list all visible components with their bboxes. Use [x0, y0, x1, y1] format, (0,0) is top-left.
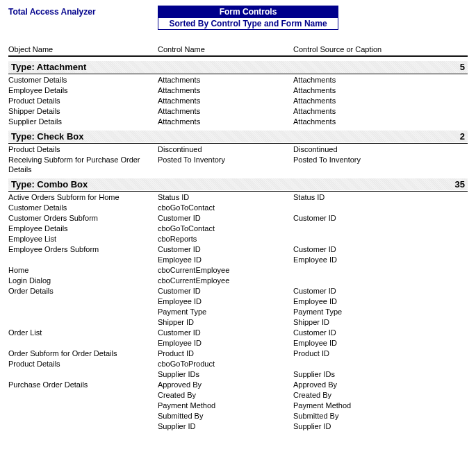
cell-object-name: Receiving Subform for Purchase Order Det… [8, 155, 158, 174]
cell-control-name: Customer ID [158, 286, 293, 296]
cell-object-name: Product Details [8, 96, 158, 106]
group-type-label: Type: Attachment [11, 62, 86, 72]
cell-object-name: Order Details [8, 286, 158, 296]
cell-control-source: Customer ID [293, 213, 468, 223]
table-row: Order ListCustomer IDCustomer ID [8, 327, 468, 337]
cell-object-name [8, 296, 158, 306]
cell-control-name: Employee ID [158, 296, 293, 306]
cell-control-name: Customer ID [158, 328, 293, 337]
group-count: 5 [460, 62, 465, 72]
table-row: Employee IDEmployee ID [8, 337, 468, 348]
cell-control-source [293, 224, 468, 233]
cell-object-name: Employee List [8, 234, 158, 244]
cell-control-source: Submitted By [293, 411, 468, 421]
cell-control-source [293, 265, 468, 275]
cell-control-source: Employee ID [293, 338, 468, 348]
group-count: 35 [455, 179, 465, 190]
group-count: 2 [460, 131, 465, 142]
table-row: Employee DetailscboGoToContact [8, 223, 468, 233]
table-row: Employee IDEmployee ID [8, 254, 468, 264]
group-header: Type: Combo Box35 [8, 178, 468, 190]
cell-control-source: Payment Type [293, 307, 468, 317]
cell-object-name [8, 390, 158, 400]
cell-control-source: Customer ID [293, 244, 468, 254]
cell-control-name: Payment Method [158, 401, 293, 410]
table-row: Shipper DetailsAttachmentsAttachments [8, 106, 468, 116]
cell-control-name: cboGoToProduct [158, 359, 293, 369]
cell-control-name: Attachments [158, 106, 293, 116]
col-header-control-name: Control Name [158, 45, 293, 53]
cell-control-source: Attachments [293, 106, 468, 116]
cell-control-name: Discontinued [158, 144, 293, 154]
table-row: Employee Orders SubformCustomer IDCustom… [8, 244, 468, 254]
cell-object-name: Order List [8, 328, 158, 337]
cell-control-name: Customer ID [158, 213, 293, 223]
cell-control-name: Approved By [158, 380, 293, 389]
cell-object-name [8, 307, 158, 317]
table-row: Active Orders Subform for HomeStatus IDS… [8, 192, 468, 202]
table-row: Supplier IDSupplier ID [8, 421, 468, 431]
table-row: Submitted BySubmitted By [8, 410, 468, 421]
group-header: Type: Attachment5 [8, 61, 468, 73]
cell-object-name [8, 369, 158, 379]
cell-control-name: cboGoToContact [158, 203, 293, 212]
table-row: Payment TypePayment Type [8, 306, 468, 317]
cell-control-name: cboCurrentEmployee [158, 276, 293, 285]
table-row: Employee ListcboReports [8, 233, 468, 244]
table-row: Order DetailsCustomer IDCustomer ID [8, 285, 468, 296]
table-row: Product DetailsAttachmentsAttachments [8, 95, 468, 106]
cell-control-name: cboGoToContact [158, 224, 293, 233]
col-header-object-name: Object Name [8, 45, 158, 53]
cell-object-name: Customer Details [8, 203, 158, 212]
cell-control-source [293, 203, 468, 212]
cell-control-source: Supplier ID [293, 421, 468, 431]
table-row: Login DialogcboCurrentEmployee [8, 275, 468, 285]
table-row: Customer Orders SubformCustomer IDCustom… [8, 212, 468, 223]
table-row: Customer DetailsAttachmentsAttachments [8, 74, 468, 85]
cell-object-name: Login Dialog [8, 276, 158, 285]
table-row: Employee DetailsAttachmentsAttachments [8, 85, 468, 95]
cell-object-name: Product Details [8, 359, 158, 369]
group-type-label: Type: Combo Box [11, 179, 88, 190]
cell-control-source [293, 359, 468, 369]
cell-control-name: Product ID [158, 348, 293, 358]
cell-object-name: Employee Orders Subform [8, 244, 158, 254]
cell-control-name: Created By [158, 390, 293, 400]
header-rule [8, 55, 468, 57]
cell-control-name: cboReports [158, 234, 293, 244]
cell-control-source [293, 276, 468, 285]
cell-control-name: Attachments [158, 96, 293, 106]
column-headers: Object Name Control Name Control Source … [8, 45, 468, 53]
cell-object-name [8, 317, 158, 327]
cell-object-name [8, 338, 158, 348]
cell-control-source: Posted To Inventory [293, 155, 468, 174]
cell-control-name: Attachments [158, 117, 293, 126]
cell-control-source: Status ID [293, 192, 468, 202]
cell-control-name: Attachments [158, 85, 293, 95]
table-row: Order Subform for Order DetailsProduct I… [8, 348, 468, 358]
cell-control-source: Supplier IDs [293, 369, 468, 379]
report-subtitle: Sorted By Control Type and Form Name [158, 18, 338, 30]
table-row: Product DetailscboGoToProduct [8, 358, 468, 369]
cell-object-name [8, 255, 158, 264]
report-title-box: Form Controls Sorted By Control Type and… [158, 6, 338, 30]
cell-control-name: Posted To Inventory [158, 155, 293, 174]
cell-control-name: Attachments [158, 75, 293, 85]
cell-control-source: Attachments [293, 117, 468, 126]
cell-object-name: Employee Details [8, 85, 158, 95]
cell-control-source: Created By [293, 390, 468, 400]
cell-control-source: Payment Method [293, 401, 468, 410]
cell-control-source: Shipper ID [293, 317, 468, 327]
table-row: Created ByCreated By [8, 389, 468, 400]
cell-object-name: Purchase Order Details [8, 380, 158, 389]
cell-control-name: Shipper ID [158, 317, 293, 327]
group-type-label: Type: Check Box [11, 131, 84, 142]
cell-control-name: Employee ID [158, 255, 293, 264]
cell-object-name: Product Details [8, 144, 158, 154]
cell-control-name: Customer ID [158, 244, 293, 254]
cell-control-source: Employee ID [293, 296, 468, 306]
cell-object-name [8, 421, 158, 431]
cell-control-name: Submitted By [158, 411, 293, 421]
cell-control-name: Supplier ID [158, 421, 293, 431]
cell-control-name: Status ID [158, 192, 293, 202]
